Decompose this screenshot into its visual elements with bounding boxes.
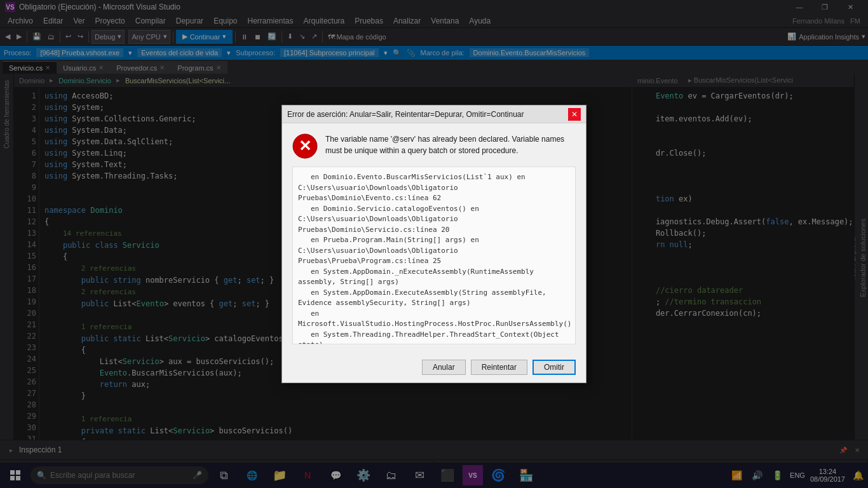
modal-titlebar: Error de aserción: Anular=Salir, Reinten… [282, 105, 586, 123]
modal-body: ✕ The variable name '@serv' has already … [282, 123, 586, 355]
modal-message: The variable name '@serv' has already be… [325, 133, 576, 156]
continue-button[interactable]: Omitir [532, 360, 576, 375]
svg-text:✕: ✕ [299, 137, 311, 154]
modal-stack-trace: en Dominio.Evento.BuscarMisServicios(Lis… [292, 166, 576, 344]
modal-footer: Anular Reintentar Omitir [282, 355, 586, 383]
modal-overlay: Error de aserción: Anular=Salir, Reinten… [0, 0, 868, 488]
modal-header: ✕ The variable name '@serv' has already … [292, 133, 576, 159]
assertion-dialog: Error de aserción: Anular=Salir, Reinten… [281, 105, 587, 383]
retry-button[interactable]: Reintentar [471, 360, 527, 375]
cancel-button[interactable]: Anular [422, 360, 466, 375]
modal-title: Error de aserción: Anular=Salir, Reinten… [287, 110, 524, 119]
modal-close-button[interactable]: ✕ [568, 108, 581, 121]
error-icon: ✕ [292, 133, 318, 159]
